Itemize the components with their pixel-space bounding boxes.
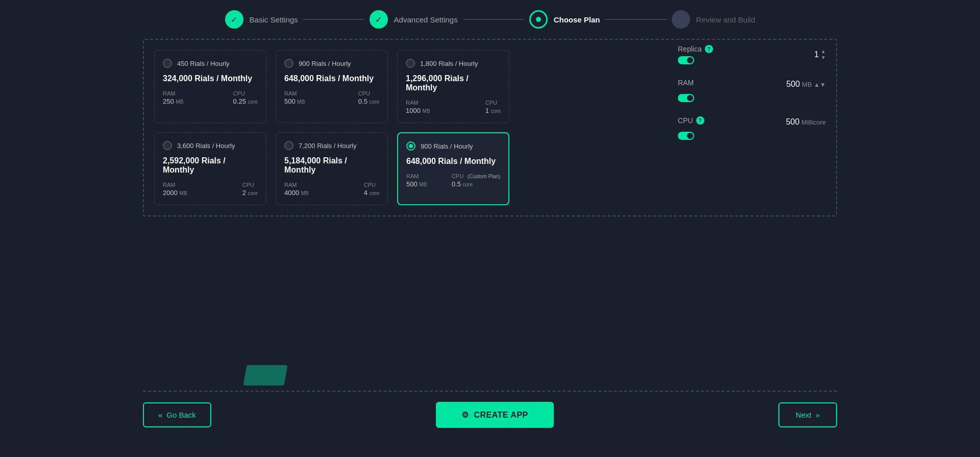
plan-card-3[interactable]: 1,800 Rials / Hourly 1,296,000 Rials / M…	[397, 50, 509, 123]
connector-3	[605, 19, 667, 20]
step-label-review: Review and Build	[696, 15, 755, 24]
step-label-advanced: Advanced Settings	[394, 15, 458, 24]
plan-4-monthly: 2,592,000 Rials / Monthly	[163, 156, 258, 175]
replica-help-icon[interactable]: ?	[705, 45, 713, 53]
cpu-section: CPU ? 500 Millicore	[678, 116, 826, 140]
step-label-choose-plan: Choose Plan	[554, 15, 600, 24]
plan-1-cpu: CPU 0.25 core	[233, 90, 258, 105]
plan-card-3-header: 1,800 Rials / Hourly	[406, 59, 501, 68]
create-app-label: CREATE APP	[474, 411, 528, 420]
replica-value-box: 1 ▲ ▼	[814, 49, 826, 60]
cpu-value: 500	[786, 117, 800, 127]
next-arrow-icon: »	[816, 411, 820, 419]
next-button[interactable]: Next »	[778, 402, 837, 427]
next-label: Next	[796, 411, 812, 419]
step-icon-advanced: ✓	[370, 10, 388, 29]
step-review-build: Review and Build	[672, 10, 755, 29]
radio-plan-5[interactable]	[284, 141, 293, 150]
connector-2	[463, 19, 524, 20]
footer: « Go Back ⚙ CREATE APP Next »	[0, 391, 980, 457]
plan-6-monthly: 648,000 Rials / Monthly	[406, 157, 500, 166]
ram-value: 500	[786, 80, 800, 89]
plan-3-specs: RAM 1000 MB CPU 1 core	[406, 100, 501, 114]
plan-card-4-header: 3,600 Rials / Hourly	[163, 141, 258, 150]
radio-plan-2[interactable]	[284, 59, 293, 68]
ram-toggle[interactable]	[678, 94, 694, 102]
step-label-basic: Basic Settings	[250, 15, 298, 24]
connector-1	[303, 19, 364, 20]
plan-card-1-header: 450 Rials / Hourly	[163, 59, 258, 68]
step-advanced-settings: ✓ Advanced Settings	[370, 10, 458, 29]
right-panel: Replica ? 1 ▲ ▼	[652, 45, 826, 200]
gear-icon: ⚙	[461, 410, 469, 420]
plan-card-4[interactable]: 3,600 Rials / Hourly 2,592,000 Rials / M…	[154, 132, 266, 205]
go-back-button[interactable]: « Go Back	[143, 402, 211, 427]
replica-toggle[interactable]	[678, 56, 694, 64]
cpu-toggle[interactable]	[678, 132, 694, 140]
plan-2-monthly: 648,000 Rials / Monthly	[284, 74, 379, 83]
plan-5-specs: RAM 4000 MB CPU 4 core	[284, 182, 379, 197]
content-layout: 450 Rials / Hourly 324,000 Rials / Month…	[154, 50, 826, 205]
radio-plan-1[interactable]	[163, 59, 172, 68]
plan-3-hourly: 1,800 Rials / Hourly	[420, 60, 478, 67]
plan-1-specs: RAM 250 MB CPU 0.25 core	[163, 90, 258, 105]
radio-plan-4[interactable]	[163, 141, 172, 150]
plan-5-hourly: 7,200 Rials / Hourly	[299, 142, 356, 150]
decorative-shape	[243, 365, 287, 386]
go-back-arrow-icon: «	[158, 411, 162, 419]
plan-1-monthly: 324,000 Rials / Monthly	[163, 74, 258, 83]
plan-card-5[interactable]: 7,200 Rials / Hourly 5,184,000 Rials / M…	[276, 132, 388, 205]
ram-panel-label: RAM	[678, 79, 694, 87]
plan-6-hourly: 900 Rials / Hourly	[421, 142, 473, 150]
plans-container: 450 Rials / Hourly 324,000 Rials / Month…	[143, 39, 837, 217]
step-icon-choose-plan	[529, 10, 548, 29]
plans-section: 450 Rials / Hourly 324,000 Rials / Month…	[154, 50, 652, 205]
replica-label: Replica ?	[678, 45, 713, 53]
replica-spinner[interactable]: ▲ ▼	[821, 49, 826, 60]
create-app-button[interactable]: ⚙ CREATE APP	[436, 402, 554, 428]
cpu-panel-label: CPU ?	[678, 116, 704, 125]
step-basic-settings: ✓ Basic Settings	[225, 10, 298, 29]
plan-2-hourly: 900 Rials / Hourly	[299, 60, 351, 67]
replica-up-arrow[interactable]: ▲	[821, 49, 826, 54]
ram-value-box: 500 MB ▲▼	[786, 80, 826, 89]
replica-down-arrow[interactable]: ▼	[821, 55, 826, 60]
plan-card-1[interactable]: 450 Rials / Hourly 324,000 Rials / Month…	[154, 50, 266, 123]
step-choose-plan: Choose Plan	[529, 10, 600, 29]
plan-card-6[interactable]: 900 Rials / Hourly 648,000 Rials / Month…	[397, 132, 509, 205]
replica-value: 1	[814, 50, 819, 59]
step-icon-basic: ✓	[225, 10, 243, 29]
plan-2-specs: RAM 500 MB CPU 0.5 core	[284, 90, 379, 105]
stepper: ✓ Basic Settings ✓ Advanced Settings Cho…	[0, 0, 980, 39]
ram-spinner[interactable]: ▲▼	[814, 81, 826, 88]
plan-card-5-header: 7,200 Rials / Hourly	[284, 141, 379, 150]
plan-card-2[interactable]: 900 Rials / Hourly 648,000 Rials / Month…	[276, 50, 388, 123]
go-back-label: Go Back	[166, 411, 196, 419]
replica-section: Replica ? 1 ▲ ▼	[678, 45, 826, 64]
plan-card-2-header: 900 Rials / Hourly	[284, 59, 379, 68]
radio-plan-3[interactable]	[406, 59, 415, 68]
plan-4-specs: RAM 2000 MB CPU 2 core	[163, 182, 258, 197]
plan-card-6-header: 900 Rials / Hourly	[406, 141, 500, 151]
plan-5-monthly: 5,184,000 Rials / Monthly	[284, 156, 379, 175]
plan-1-hourly: 450 Rials / Hourly	[177, 60, 230, 67]
cpu-value-box: 500 Millicore	[786, 117, 826, 127]
plan-1-ram: RAM 250 MB	[163, 90, 183, 105]
plans-grid: 450 Rials / Hourly 324,000 Rials / Month…	[154, 50, 652, 205]
cpu-unit: Millicore	[801, 118, 826, 126]
cpu-help-icon[interactable]: ?	[696, 116, 704, 125]
plan-6-specs: RAM 500 MB CPU (Custom Plan)	[406, 173, 500, 188]
ram-section: RAM 500 MB ▲▼	[678, 79, 826, 102]
plan-4-hourly: 3,600 Rials / Hourly	[177, 142, 235, 150]
plan-3-monthly: 1,296,000 Rials / Monthly	[406, 74, 501, 92]
radio-plan-6[interactable]	[406, 141, 415, 151]
ram-unit: MB ▲▼	[802, 81, 826, 88]
main-content: 450 Rials / Hourly 324,000 Rials / Month…	[0, 39, 980, 217]
footer-buttons: « Go Back ⚙ CREATE APP Next »	[0, 392, 980, 438]
step-icon-review	[672, 10, 690, 29]
